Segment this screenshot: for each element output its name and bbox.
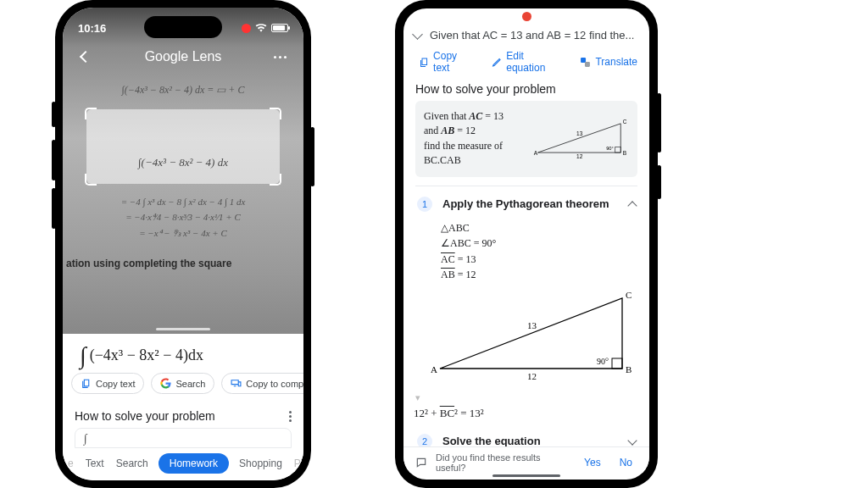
phone-right-frame: Given that AC = 13 and AB = 12 find the.… (395, 0, 658, 488)
svg-rect-0 (581, 58, 587, 63)
svg-text:13: 13 (576, 130, 583, 136)
down-arrow-hint: ▾ (403, 392, 649, 403)
crop-handle-tl[interactable] (85, 108, 97, 119)
chevron-down-icon (412, 29, 423, 40)
tab-shopping[interactable]: Shopping (237, 453, 284, 474)
copy-text-action[interactable]: Copy text (419, 50, 473, 74)
battery-icon (271, 24, 288, 32)
feedback-footer: Did you find these results useful? Yes N… (403, 446, 649, 473)
tab-homework[interactable]: Homework (159, 453, 229, 474)
feedback-yes[interactable]: Yes (579, 457, 606, 469)
back-button[interactable] (76, 47, 95, 66)
more-horizontal-icon (274, 56, 287, 58)
action-chip-row: Copy text Search Copy to computer (63, 373, 303, 402)
bg-equation: = −x⁴ − ⁸⁄₃ x³ − 4x + C (63, 228, 303, 239)
recording-indicator (242, 24, 251, 33)
chip-label: Search (175, 379, 205, 389)
svg-text:C: C (626, 290, 632, 300)
bg-equation: = −4·x⁴⁄4 − 8·x³⁄3 − 4·x¹⁄1 + C (63, 212, 303, 223)
action-row: Copy text Edit equation Translate (403, 45, 649, 82)
feedback-no[interactable]: No (615, 457, 637, 469)
action-label: Copy text (433, 50, 473, 74)
sheet-grabber[interactable] (156, 328, 210, 330)
tab-places[interactable]: Places (292, 453, 303, 474)
copy-to-computer-chip[interactable]: Copy to computer (221, 373, 303, 394)
pythagorean-expression: 12² + BC² = 13² (403, 403, 649, 425)
edit-equation-action[interactable]: Edit equation (492, 50, 561, 74)
given-facts: △ABC ∠ABC = 90° AC = 13 AB = 12 (441, 220, 634, 283)
feedback-icon (415, 457, 427, 469)
phone-left-frame: 10:16 Google Lens ∫(−4x³ − 8x² − 4) dx =… (55, 0, 311, 488)
copy-text-chip[interactable]: Copy text (71, 373, 144, 394)
svg-text:90°: 90° (597, 357, 609, 366)
dynamic-island (144, 16, 222, 38)
svg-text:90°: 90° (606, 146, 614, 151)
google-g-icon (160, 378, 171, 389)
feedback-question: Did you find these results useful? (436, 452, 570, 473)
lens-viewfinder: Google Lens ∫(−4x³ − 8x² − 4) dx = ▭ + C… (63, 8, 303, 334)
chip-label: Copy text (96, 379, 135, 389)
wifi-icon (255, 24, 267, 32)
crop-handle-tr[interactable] (270, 108, 281, 119)
svg-text:A: A (534, 150, 538, 156)
pencil-icon (492, 57, 502, 68)
problem-text: Given that AC = 13 and AB = 12 find the … (424, 109, 526, 169)
svg-text:B: B (626, 364, 632, 374)
bg-equation: ∫(−4x³ − 8x² − 4) dx = ▭ + C (63, 84, 303, 97)
translate-action[interactable]: Translate (580, 50, 637, 74)
tab-search[interactable]: Search (114, 453, 150, 474)
chevron-left-icon (80, 51, 92, 63)
section-title: How to solve your problem (403, 82, 649, 101)
chevron-down-icon (627, 435, 637, 445)
action-label: Translate (595, 56, 637, 68)
overflow-button[interactable] (289, 411, 292, 422)
translate-icon (580, 57, 591, 68)
step-title: Apply the Pythagorean theorem (442, 197, 619, 210)
copy-icon (81, 378, 92, 389)
power-button (657, 165, 661, 199)
svg-rect-1 (585, 61, 590, 66)
chip-label: Copy to computer (246, 379, 303, 389)
triangle-diagram-large: A B C 13 12 90° (427, 288, 639, 381)
status-bar (403, 8, 649, 24)
svg-rect-11 (612, 358, 622, 369)
svg-text:13: 13 (527, 320, 537, 330)
recognized-formula: ∫ (−4x³ − 8x² − 4)dx (63, 338, 303, 373)
formula-text: (−4x³ − 8x² − 4)dx (90, 347, 203, 364)
crop-selection[interactable]: ∫(−4x³ − 8x² − 4) dx (86, 109, 280, 184)
navigation-bar[interactable] (492, 474, 560, 477)
card-stub-content: ∫ (84, 432, 87, 445)
tab-translate[interactable]: e (66, 453, 75, 474)
chevron-up-icon (627, 201, 637, 210)
copy-icon (419, 57, 429, 68)
more-button[interactable] (271, 47, 290, 66)
step-1-body: △ABC ∠ABC = 90° AC = 13 AB = 12 A B C 13… (415, 219, 637, 392)
bg-heading-fragment: ation using completing the square (63, 258, 303, 269)
svg-marker-10 (440, 298, 622, 369)
search-chip[interactable]: Search (151, 373, 214, 394)
lens-mode-tabs: e Text Search Homework Shopping Places (63, 450, 303, 477)
integral-symbol: ∫ (80, 347, 86, 364)
question-text: Given that AC = 13 and AB = 12 find the.… (430, 29, 634, 42)
crop-equation: ∫(−4x³ − 8x² − 4) dx (86, 156, 280, 169)
triangle-diagram-small: A B C 13 12 90° (532, 109, 629, 169)
svg-text:B: B (623, 150, 626, 156)
svg-rect-3 (615, 147, 621, 153)
action-label: Edit equation (506, 50, 561, 74)
privacy-indicator (522, 12, 531, 21)
step-1-header[interactable]: 1 Apply the Pythagorean theorem (415, 190, 637, 219)
crop-handle-br[interactable] (270, 174, 281, 186)
devices-icon (231, 378, 242, 389)
question-header[interactable]: Given that AC = 13 and AB = 12 find the.… (403, 24, 649, 45)
tab-text[interactable]: Text (84, 453, 106, 474)
app-title: Google Lens (145, 49, 222, 64)
vol-rocker (657, 93, 661, 152)
crop-handle-bl[interactable] (85, 174, 97, 186)
vol-up (52, 140, 56, 180)
results-sheet: ∫ (−4x³ − 8x² − 4)dx Copy text Search Co… (63, 338, 303, 480)
phone-right-screen: Given that AC = 13 and AB = 12 find the.… (403, 8, 649, 480)
solution-card-preview[interactable]: ∫ (75, 428, 292, 448)
problem-card: Given that AC = 13 and AB = 12 find the … (415, 101, 637, 177)
svg-text:C: C (623, 119, 627, 125)
status-time: 10:16 (78, 22, 106, 35)
